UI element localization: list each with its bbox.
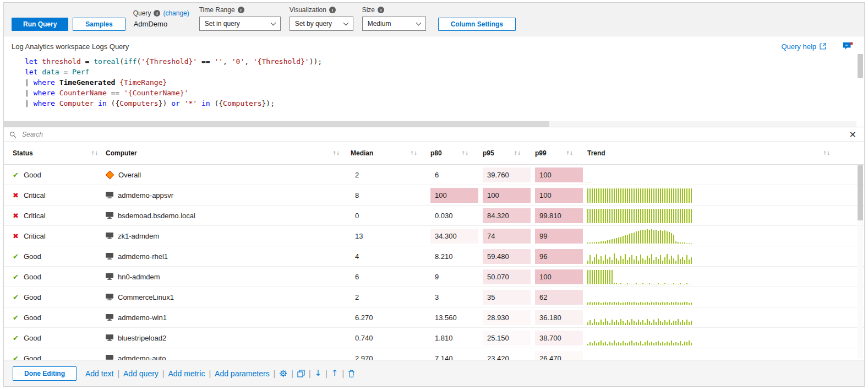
p95-value: 39.760 — [483, 168, 531, 182]
delete-icon[interactable] — [348, 370, 355, 377]
good-status-icon: ✔ — [13, 334, 19, 342]
computer-icon — [106, 334, 113, 341]
time-range-dropdown[interactable]: Set in query — [199, 17, 281, 31]
sort-icon[interactable]: ↑↓ — [566, 150, 573, 156]
status-label: Critical — [24, 212, 46, 220]
query-editor[interactable]: let threshold = toreal(iff('{Threshold}'… — [4, 53, 864, 127]
footer-toolbar: Done Editing Add text | Add query | Add … — [4, 360, 864, 386]
clone-icon[interactable] — [297, 370, 305, 377]
computer-icon — [106, 192, 113, 198]
separator: | — [209, 369, 211, 378]
move-up-icon[interactable]: ↑ — [331, 369, 339, 377]
column-header-median[interactable]: Median ↑↓ — [351, 142, 430, 164]
query-help-link[interactable]: Query help — [781, 42, 826, 51]
overall-diamond-icon — [106, 170, 114, 179]
column-header-p99[interactable]: p99 ↑↓ — [535, 142, 587, 164]
query-code: let threshold = toreal(iff('{Threshold}'… — [25, 56, 851, 109]
table-row[interactable]: ✔Goodadmdemo-win16.27013.56028.93036.180 — [4, 307, 864, 328]
table-row[interactable]: ✔Goodhn0-admdem6950.070100 — [4, 267, 864, 287]
p99-value: 26.470 — [535, 351, 583, 360]
column-header-computer[interactable]: Computer ↑↓ — [106, 142, 351, 164]
results-table: Status ↑↓ Computer ↑↓ Median ↑↓ p80 ↑↓ p… — [4, 142, 864, 360]
feedback-icon[interactable] — [843, 42, 853, 51]
clear-search-icon[interactable]: × — [847, 130, 859, 139]
add-metric-link[interactable]: Add metric — [168, 369, 205, 378]
search-input[interactable] — [21, 130, 843, 139]
p95-value: 25.150 — [483, 331, 531, 345]
status-label: Good — [24, 252, 41, 261]
sort-icon[interactable]: ↑↓ — [332, 150, 340, 156]
move-down-icon[interactable]: ↓ — [315, 369, 322, 377]
table-row[interactable]: ✔Goodadmdemo-rhel148.21059.48096 — [4, 246, 864, 267]
p99-value: 36.180 — [535, 310, 583, 325]
median-value: 6 — [351, 269, 426, 284]
p80-value: 7.140 — [430, 351, 478, 360]
median-value: 13 — [351, 229, 426, 244]
p80-value: 8.210 — [430, 249, 478, 264]
status-label: Good — [24, 314, 41, 322]
done-editing-button[interactable]: Done Editing — [13, 366, 77, 381]
status-label: Good — [24, 334, 41, 342]
table-scrollbar[interactable] — [858, 165, 863, 359]
computer-icon — [106, 233, 113, 239]
status-label: Good — [24, 273, 41, 281]
change-query-link[interactable]: (change) — [163, 9, 189, 17]
size-dropdown[interactable]: Medium — [362, 17, 426, 31]
sort-icon[interactable]: ↑↓ — [514, 150, 521, 156]
time-range-label: Time Range — [199, 6, 235, 14]
visualization-dropdown[interactable]: Set by query — [290, 17, 353, 31]
trend-sparkline — [587, 188, 692, 203]
sort-icon[interactable]: ↑↓ — [410, 150, 417, 156]
computer-name: CommerceLinux1 — [118, 293, 174, 301]
visualization-label: Visualization — [290, 6, 326, 14]
good-status-icon: ✔ — [13, 273, 19, 280]
table-row[interactable]: ✔GoodOverall2639.760100 — [4, 165, 864, 185]
critical-status-icon: ✖ — [13, 233, 19, 240]
sort-icon[interactable]: ↑↓ — [461, 150, 468, 156]
median-value: 4 — [351, 249, 426, 264]
table-row[interactable]: ✖Criticaladmdemo-appsvr8100100100 — [4, 185, 864, 206]
separator: | — [291, 369, 293, 378]
query-source-group: Query i (change) AdmDemo — [133, 9, 193, 31]
p80-value: 1.810 — [430, 331, 478, 345]
samples-button[interactable]: Samples — [73, 18, 125, 31]
chevron-down-icon — [343, 20, 348, 26]
table-row[interactable]: ✔Goodadmdemo-auto2.9707.14023.42026.470 — [4, 348, 864, 360]
query-panel-title: Log Analytics workspace Logs Query — [12, 42, 129, 51]
table-row[interactable]: ✔GoodCommerceLinux1233562 — [4, 287, 864, 307]
trend-sparkline — [587, 310, 692, 325]
table-row[interactable]: ✔Goodbluestripeload20.7401.81025.15038.7… — [4, 328, 864, 348]
column-header-status[interactable]: Status ↑↓ — [13, 142, 106, 164]
separator: | — [274, 369, 276, 378]
good-status-icon: ✔ — [13, 355, 19, 360]
search-icon — [9, 131, 17, 138]
sort-icon[interactable]: ↑↓ — [823, 150, 830, 156]
table-row[interactable]: ✖Criticalbsdemoad.bsdemo.local00.03084.3… — [4, 206, 864, 226]
size-group: Size i Medium — [362, 6, 426, 31]
median-value: 2.970 — [351, 351, 426, 360]
p99-value: 99 — [535, 229, 583, 244]
status-label: Good — [24, 171, 41, 179]
column-settings-button[interactable]: Column Settings — [438, 18, 516, 31]
add-query-link[interactable]: Add query — [123, 369, 159, 378]
run-query-button[interactable]: Run Query — [12, 18, 68, 31]
add-parameters-link[interactable]: Add parameters — [215, 369, 270, 378]
median-value: 0 — [351, 208, 426, 223]
good-status-icon: ✔ — [13, 171, 19, 179]
p80-value: 100 — [430, 188, 478, 203]
editor-horizontal-scrollbar[interactable] — [4, 121, 856, 127]
separator: | — [162, 369, 165, 378]
table-row[interactable]: ✖Criticalzk1-admdem1334.3007499 — [4, 226, 864, 246]
separator: | — [342, 369, 344, 378]
chevron-down-icon — [270, 20, 276, 26]
add-text-link[interactable]: Add text — [85, 369, 113, 378]
info-icon: i — [154, 10, 160, 17]
editor-vertical-scrollbar[interactable] — [858, 54, 863, 119]
column-header-trend[interactable]: Trend ↑↓ — [587, 142, 864, 164]
p95-value: 84.320 — [483, 208, 531, 223]
settings-gear-icon[interactable] — [279, 369, 287, 377]
column-header-p80[interactable]: p80 ↑↓ — [430, 142, 483, 164]
sort-icon[interactable]: ↑↓ — [91, 150, 98, 156]
median-value: 8 — [351, 188, 426, 203]
column-header-p95[interactable]: p95 ↑↓ — [483, 142, 535, 164]
